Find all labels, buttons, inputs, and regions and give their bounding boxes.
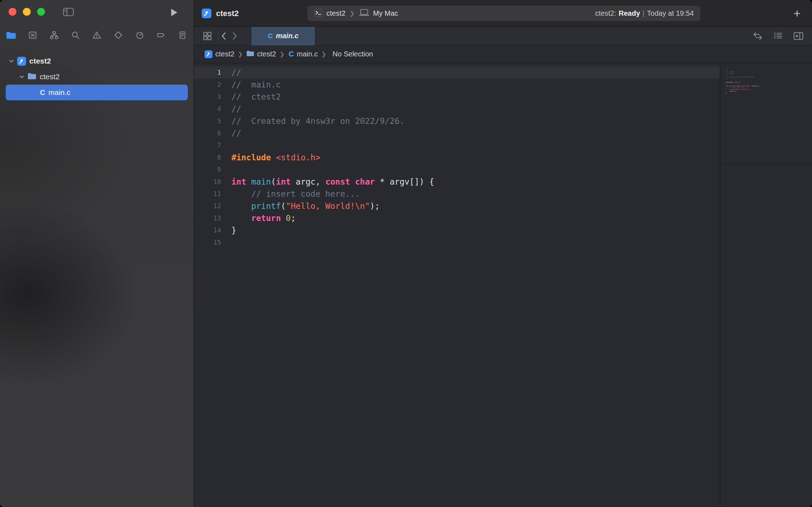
code-lines: 1//2// main.c3// ctest24//5// Created by… [194,63,720,249]
code-review-icon[interactable] [753,32,763,40]
code-line[interactable]: 11 // insert code here... [194,188,720,200]
line-number: 8 [194,151,221,164]
divider [218,31,218,41]
minimize-button[interactable] [23,8,31,16]
project-icon [17,57,26,66]
minimap[interactable]: //// main.c// ctest2//// Created by 4nsw… [720,63,812,507]
code-line[interactable]: 10int main(int argc, const char * argv[]… [194,176,720,188]
xcode-window: ctest2 ctest2 C main.c ctest2 [0,0,812,507]
code-line[interactable]: 9 [194,164,720,176]
file-tree: ctest2 ctest2 C main.c [0,53,194,100]
code-line[interactable]: 14} [194,224,720,236]
code-line[interactable]: 5// Created by 4nsw3r on 2022/9/26. [194,115,720,127]
source-editor[interactable]: 1//2// main.c3// ctest24//5// Created by… [194,63,720,507]
line-number: 11 [194,188,221,200]
add-editor-icon[interactable] [793,32,803,40]
navigator-sidebar: ctest2 ctest2 C main.c [0,0,194,507]
navigator-tests-icon[interactable] [112,31,124,40]
chevron-separator-icon: ❯ [280,51,284,57]
chevron-separator-icon: ❯ [350,10,354,17]
line-number: 7 [194,139,221,151]
laptop-icon [359,9,370,18]
breadcrumb-project[interactable]: ctest2 [215,50,234,58]
tab-label: main.c [276,32,299,40]
tree-item-label: main.c [48,88,70,97]
code-line[interactable]: 2// main.c [194,79,720,91]
close-button[interactable] [9,8,16,16]
line-number: 15 [194,236,221,249]
jump-bar: ctest2 ❯ ctest2 ❯ C main.c ❯ No Selectio… [194,45,812,63]
navigator-source-control-icon[interactable] [26,31,39,40]
tree-item-project-ctest2[interactable]: ctest2 [0,53,194,69]
tab-main-c[interactable]: C main.c [251,27,315,45]
navigator-debug-icon[interactable] [134,31,146,40]
go-forward-button[interactable] [232,32,237,40]
code-line[interactable]: 6// [194,127,720,139]
zoom-button[interactable] [37,8,45,16]
navigator-tab-strip [0,27,194,43]
line-number: 10 [194,176,221,188]
add-button[interactable]: + [791,0,803,27]
tree-item-label: ctest2 [40,72,60,81]
code-line [726,92,809,94]
tree-item-file-main-c[interactable]: C main.c [6,85,188,100]
status-separator: | [643,9,645,17]
code-line[interactable]: 7 [194,139,720,151]
breadcrumb-selection[interactable]: No Selection [332,50,373,58]
terminal-app-icon [314,8,323,19]
navigator-reports-icon[interactable] [176,31,189,40]
navigator-find-icon[interactable] [69,31,81,40]
navigator-issues-icon[interactable] [91,31,103,40]
code-line[interactable]: 12 printf("Hello, World!\n"); [194,200,720,212]
line-number: 4 [194,103,221,115]
tree-item-label: ctest2 [29,57,51,65]
code-line[interactable]: 8#include <stdio.h> [194,151,720,164]
code-line[interactable]: 13 return 0; [194,212,720,224]
editor-options-icon[interactable] [773,32,783,40]
line-number: 3 [194,91,221,103]
line-number: 5 [194,115,221,127]
navigator-project-icon[interactable] [5,31,17,39]
folder-icon [246,50,254,58]
breadcrumb-file[interactable]: main.c [297,50,318,58]
chevron-separator-icon: ❯ [321,51,326,57]
status-time: Today at 19:54 [647,9,694,17]
code-line[interactable]: 15 [194,236,720,249]
c-file-icon: C [289,50,294,58]
line-number: 6 [194,127,221,139]
folder-icon [27,72,36,81]
line-number: 2 [194,79,221,91]
code-line[interactable]: 1// [194,66,720,79]
tree-item-folder-ctest2[interactable]: ctest2 [0,69,194,85]
c-file-icon: C [268,32,273,40]
tab-overview-icon[interactable] [202,31,212,41]
toggle-sidebar-button[interactable] [63,7,74,17]
scheme-selector[interactable]: ctest2 ❯ My Mac ctest2: Ready | Today at… [307,6,700,21]
run-button[interactable] [170,8,178,18]
tab-bar: C main.c [194,27,812,45]
code-line[interactable]: 3// ctest2 [194,91,720,103]
c-file-icon: C [40,89,45,97]
status-state: Ready [619,9,640,17]
line-number: 9 [194,164,221,176]
breadcrumb-folder[interactable]: ctest2 [257,50,276,58]
project-icon [205,50,212,58]
chevron-separator-icon: ❯ [238,51,242,57]
line-number: 14 [194,224,221,236]
line-number: 12 [194,200,221,212]
disclosure-chevron-icon[interactable] [19,75,24,79]
navigator-symbols-icon[interactable] [48,31,60,40]
minimap-code: //// main.c// ctest2//// Created by 4nsw… [726,67,809,94]
line-number: 13 [194,212,221,224]
go-back-button[interactable] [221,32,226,40]
code-line[interactable]: 4// [194,103,720,115]
navigator-breakpoints-icon[interactable] [155,31,167,40]
run-destination: My Mac [373,9,398,17]
scheme-name: ctest2 [326,9,345,17]
project-icon [202,9,211,18]
disclosure-chevron-icon[interactable] [9,60,14,63]
status-project: ctest2: [595,9,616,17]
line-number: 1 [194,66,221,79]
toolbar: ctest2 ctest2 ❯ My Mac ctest2: Ready | T… [194,0,812,27]
sidebar-header [0,0,194,27]
